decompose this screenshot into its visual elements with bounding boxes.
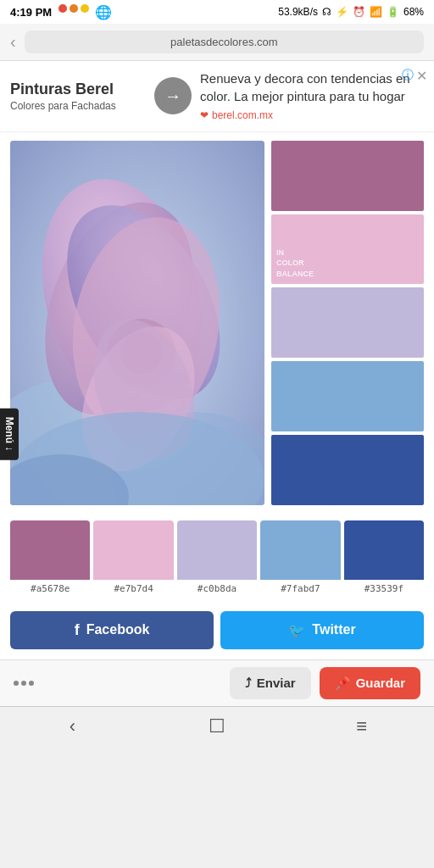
dot-yellow [81, 4, 89, 13]
status-right: 53.9kB/s ☊ ⚡ ⏰ 📶 🔋 68% [278, 6, 424, 18]
url-bar[interactable]: paletasdecolores.com [25, 31, 424, 53]
share-buttons: f Facebook 🐦 Twitter [0, 601, 434, 659]
status-time: 4:19 PM [10, 6, 52, 19]
strip-item-5: #33539f [344, 520, 424, 594]
strip-item-3: #c0b8da [177, 520, 257, 594]
ad-banner: Pinturas Berel Colores para Fachadas → R… [0, 61, 434, 132]
enviar-button[interactable]: ⤴ Enviar [230, 667, 311, 699]
enviar-label: Enviar [257, 676, 296, 690]
strip-color-1 [10, 520, 90, 580]
bluetooth-icon: ⚡ [336, 6, 348, 18]
status-left: 4:19 PM 🌐 [10, 4, 112, 20]
dot-3 [29, 681, 34, 686]
ad-close-button[interactable]: ✕ [416, 68, 427, 84]
main-content: Menú ↓ Pinturas Berel Colores para Facha… [0, 61, 434, 659]
flower-svg [10, 141, 264, 505]
bottom-toolbar: ⤴ Enviar 📌 Guardar [0, 659, 434, 706]
wifi-icon: ☊ [322, 6, 331, 18]
globe-icon: 🌐 [95, 4, 112, 20]
status-dots: 🌐 [58, 4, 112, 20]
pin-icon: 📌 [335, 676, 351, 691]
strip-color-5 [344, 520, 424, 580]
nav-home-button[interactable]: ☐ [145, 715, 290, 737]
swatch-darkblue [271, 435, 424, 505]
ad-description-text: Renueva y decora con tendencias en color… [200, 70, 424, 105]
swatch-mauve [271, 141, 424, 211]
dot-2 [21, 681, 26, 686]
color-swatches-right: INCOLORBALANCE [271, 141, 424, 505]
color-strips: #a5678e #e7b7d4 #c0b8da #7fabd7 #33539f [0, 520, 434, 594]
ad-subtitle: Colores para Fachadas [10, 100, 146, 112]
strip-color-3 [177, 520, 257, 580]
menu-tab[interactable]: Menú ↓ [0, 409, 19, 460]
share-icon: ⤴ [245, 676, 252, 690]
strip-item-1: #a5678e [10, 520, 90, 594]
twitter-bird-icon: 🐦 [288, 622, 305, 638]
twitter-label: Twitter [312, 622, 355, 637]
status-bar: 4:19 PM 🌐 53.9kB/s ☊ ⚡ ⏰ 📶 🔋 68% [0, 0, 434, 24]
strip-item-4: #7fabd7 [260, 520, 340, 594]
strip-label-2: #e7b7d4 [93, 583, 173, 594]
nav-bar: ‹ ☐ ≡ [0, 706, 434, 746]
swatch-lavender [271, 287, 424, 358]
battery-icon: 🔋 [387, 6, 399, 18]
strip-label-4: #7fabd7 [260, 583, 340, 594]
ad-source: ❤ berel.com.mx [200, 108, 424, 123]
strip-label-3: #c0b8da [177, 583, 257, 594]
in-color-balance-label: INCOLORBALANCE [271, 242, 319, 285]
guardar-button[interactable]: 📌 Guardar [320, 667, 420, 699]
ad-description: Renueva y decora con tendencias en color… [200, 70, 424, 123]
strip-color-2 [93, 520, 173, 580]
ad-left: Pinturas Berel Colores para Fachadas [10, 81, 146, 113]
swatch-pink: INCOLORBALANCE [271, 214, 424, 285]
facebook-label: Facebook [86, 622, 150, 637]
browser-back-button[interactable]: ‹ [10, 32, 16, 52]
swatch-blue [271, 361, 424, 431]
battery-percent: 68% [403, 6, 424, 18]
dot-1 [14, 681, 19, 686]
arrow-right-icon: → [164, 86, 181, 106]
strip-color-4 [260, 520, 340, 580]
signal-icon: 📶 [370, 6, 382, 18]
ad-source-url: berel.com.mx [212, 108, 273, 123]
ad-arrow-button[interactable]: → [154, 77, 192, 114]
facebook-share-button[interactable]: f Facebook [10, 611, 214, 649]
facebook-icon: f [75, 621, 80, 639]
palette-section: INCOLORBALANCE [0, 132, 434, 514]
browser-bar: ‹ paletasdecolores.com [0, 24, 434, 61]
dot-orange [70, 4, 78, 13]
nav-menu-button[interactable]: ≡ [289, 715, 434, 737]
nav-back-button[interactable]: ‹ [0, 715, 145, 737]
speed-indicator: 53.9kB/s [278, 6, 318, 18]
dot-red [58, 4, 67, 13]
toolbar-actions: ⤴ Enviar 📌 Guardar [54, 667, 420, 699]
alarm-icon: ⏰ [353, 6, 365, 18]
ad-info-button[interactable]: ⓘ [402, 68, 414, 83]
ad-title: Pinturas Berel [10, 81, 146, 99]
toolbar-more-options[interactable] [14, 681, 47, 686]
strip-label-1: #a5678e [10, 583, 90, 594]
strip-label-5: #33539f [344, 583, 424, 594]
strip-item-2: #e7b7d4 [93, 520, 173, 594]
guardar-label: Guardar [356, 676, 405, 690]
flower-image [10, 141, 264, 505]
twitter-share-button[interactable]: 🐦 Twitter [220, 611, 424, 649]
heart-icon: ❤ [200, 108, 209, 123]
